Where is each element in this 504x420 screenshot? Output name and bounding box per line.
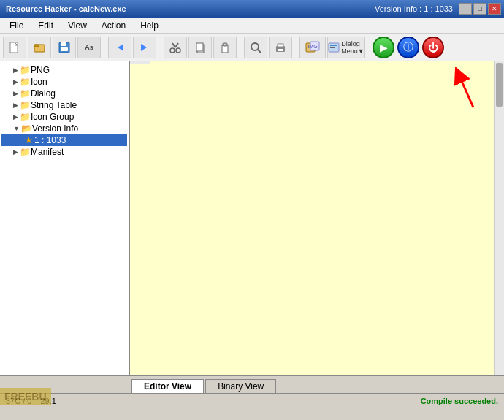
status-message: Compile succeeded. <box>421 397 498 405</box>
arrow-icon: ▶ <box>13 102 18 109</box>
find-button[interactable] <box>244 37 267 58</box>
power-button[interactable]: ⏻ <box>422 37 444 58</box>
tree-label: 1 : 1033 <box>34 135 66 145</box>
arrow-icon: ▶ <box>13 66 18 74</box>
print-button[interactable] <box>269 37 292 58</box>
svg-rect-5 <box>61 47 68 51</box>
save-button[interactable] <box>53 37 76 58</box>
status-bar: 37C / 0 29:1 Compile succeeded. <box>0 393 504 408</box>
svg-point-16 <box>251 43 259 50</box>
svg-line-17 <box>258 50 261 53</box>
tree-label: String Table <box>31 100 77 110</box>
svg-rect-13 <box>196 43 203 51</box>
code-panel[interactable] <box>130 61 504 375</box>
tree-label: Manifest <box>31 147 64 157</box>
tree-item-png[interactable]: ▶ 📁 PNG <box>1 64 127 76</box>
folder-icon: 📁 <box>20 112 31 122</box>
resources-button[interactable]: IMG <box>299 37 326 58</box>
close-button[interactable]: ✕ <box>488 3 501 15</box>
watermark: FREEBU <box>0 388 51 405</box>
svg-rect-26 <box>330 47 335 48</box>
folder-icon: 📁 <box>20 147 31 157</box>
svg-point-11 <box>176 48 180 53</box>
window-controls: — □ ✕ <box>459 3 501 15</box>
minimize-button[interactable]: — <box>459 3 472 15</box>
menu-action[interactable]: Action <box>95 18 132 33</box>
open-button[interactable] <box>28 37 51 58</box>
dialog-menu-button[interactable]: DialogMenu▼ <box>327 37 365 58</box>
tree-item-dialog[interactable]: ▶ 📁 Dialog <box>1 88 127 99</box>
tree-panel: ▶ 📁 PNG ▶ 📁 Icon ▶ 📁 Dialog ▶ 📁 String T… <box>0 61 130 375</box>
svg-point-10 <box>170 48 175 53</box>
menu-help[interactable]: Help <box>134 18 165 33</box>
tab-binary-view[interactable]: Binary View <box>205 379 276 393</box>
paste-button[interactable] <box>213 37 237 58</box>
svg-rect-20 <box>278 49 283 51</box>
svg-marker-7 <box>141 44 147 51</box>
folder-icon: 📁 <box>20 88 31 99</box>
line-numbers <box>130 61 150 64</box>
svg-rect-4 <box>61 42 66 46</box>
forward-button[interactable] <box>133 37 156 58</box>
play-button[interactable]: ▶ <box>373 37 394 58</box>
menu-bar: File Edit View Action Help <box>0 18 504 34</box>
scrollbar[interactable] <box>494 61 504 375</box>
tree-label: Icon Group <box>31 112 74 122</box>
code-content <box>130 61 504 64</box>
saveas-button[interactable]: As <box>77 37 101 58</box>
menu-edit[interactable]: Edit <box>31 18 60 33</box>
tab-editor-view[interactable]: Editor View <box>131 379 204 393</box>
svg-marker-6 <box>118 44 123 51</box>
arrow-icon: ▶ <box>13 113 18 121</box>
tree-item-manifest[interactable]: ▶ 📁 Manifest <box>1 146 127 158</box>
tree-item-string-table[interactable]: ▶ 📁 String Table <box>1 99 127 111</box>
maximize-button[interactable]: □ <box>473 3 486 15</box>
title-bar: Resource Hacker - calcNew.exe Version In… <box>0 0 504 18</box>
arrow-icon: ▶ <box>13 78 18 85</box>
menu-file[interactable]: File <box>3 18 30 33</box>
arrow-icon: ▼ <box>13 125 20 132</box>
code-text[interactable] <box>150 61 162 64</box>
tree-label: Version Info <box>32 123 78 134</box>
info-button[interactable]: ⓘ <box>397 37 419 58</box>
arrow-icon: ▶ <box>13 90 18 97</box>
back-button[interactable] <box>108 37 131 58</box>
svg-text:IMG: IMG <box>308 44 317 49</box>
folder-icon: 📁 <box>20 100 31 110</box>
copy-button[interactable] <box>188 37 212 58</box>
arrow-icon: ▶ <box>13 148 18 156</box>
tree-label: PNG <box>31 65 50 75</box>
main-area: ▶ 📁 PNG ▶ 📁 Icon ▶ 📁 Dialog ▶ 📁 String T… <box>0 61 504 375</box>
cut-button[interactable] <box>164 37 187 58</box>
svg-line-29 <box>459 75 473 107</box>
tree-item-version-1033[interactable]: ★ 1 : 1033 <box>1 134 127 146</box>
menu-view[interactable]: View <box>61 18 93 33</box>
version-label: Version Info : 1 : 1033 <box>375 4 453 13</box>
folder-icon: 📁 <box>20 77 31 87</box>
tree-label: Icon <box>31 77 47 87</box>
svg-rect-19 <box>278 44 283 47</box>
tree-item-icon-group[interactable]: ▶ 📁 Icon Group <box>1 111 127 123</box>
toolbar: As <box>0 34 504 61</box>
arrow-indicator <box>451 67 488 114</box>
tree-label: Dialog <box>31 88 56 99</box>
svg-rect-25 <box>330 45 337 46</box>
folder-icon: 📁 <box>20 65 31 75</box>
star-icon: ★ <box>25 135 33 145</box>
svg-rect-27 <box>330 50 336 50</box>
tabs-bar: Editor View Binary View <box>0 375 504 393</box>
svg-line-9 <box>175 43 178 47</box>
tree-item-version-info[interactable]: ▼ 📂 Version Info <box>1 123 127 134</box>
title-text: Resource Hacker - calcNew.exe <box>3 4 126 13</box>
new-button[interactable] <box>3 37 26 58</box>
svg-rect-2 <box>34 45 39 47</box>
svg-rect-15 <box>223 43 227 46</box>
folder-icon: 📂 <box>21 123 32 134</box>
tree-item-icon[interactable]: ▶ 📁 Icon <box>1 76 127 88</box>
